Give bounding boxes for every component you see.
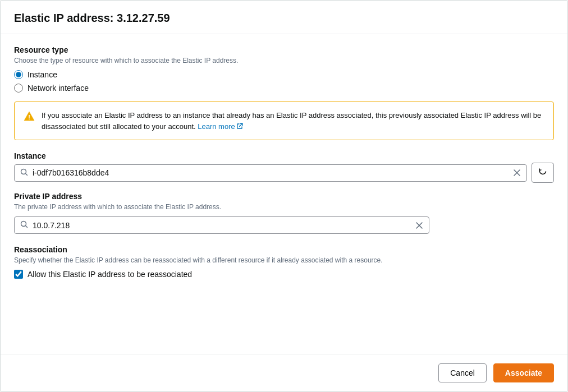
instance-radio[interactable]	[14, 70, 23, 79]
reassociation-label: Reassociation	[14, 245, 554, 254]
instance-field-label: Instance	[14, 151, 554, 160]
instance-search-input[interactable]	[33, 168, 509, 177]
svg-point-1	[21, 169, 26, 174]
warning-box: ! If you associate an Elastic IP address…	[14, 102, 554, 140]
reassociation-checkbox-label[interactable]: Allow this Elastic IP address to be reas…	[28, 270, 192, 279]
reassociation-checkbox-option[interactable]: Allow this Elastic IP address to be reas…	[14, 270, 554, 279]
associate-elastic-ip-dialog: Elastic IP address: 3.12.27.59 Resource …	[0, 0, 568, 392]
reassociation-checkbox[interactable]	[14, 270, 23, 279]
private-ip-search-input[interactable]	[33, 221, 411, 230]
resource-type-section: Resource type Choose the type of resourc…	[14, 45, 554, 93]
learn-more-link[interactable]: Learn more	[198, 121, 242, 132]
private-ip-clear-button[interactable]	[415, 222, 423, 229]
reassociation-section: Reassociation Specify whether the Elasti…	[14, 245, 554, 279]
resource-type-label: Resource type	[14, 45, 554, 54]
cancel-button[interactable]: Cancel	[438, 363, 487, 382]
instance-field-section: Instance	[14, 151, 554, 183]
private-ip-hint: The private IP address with which to ass…	[14, 203, 554, 211]
associate-button[interactable]: Associate	[493, 363, 554, 382]
reassociation-hint: Specify whether the Elastic IP address c…	[14, 256, 554, 264]
dialog-body: Resource type Choose the type of resourc…	[1, 34, 567, 354]
instance-input-wrapper	[14, 164, 527, 182]
instance-radio-option[interactable]: Instance	[14, 70, 554, 79]
instance-clear-button[interactable]	[513, 169, 521, 177]
refresh-icon	[538, 167, 547, 178]
warning-message: If you associate an Elastic IP address t…	[42, 111, 541, 131]
dialog-footer: Cancel Associate	[1, 354, 567, 391]
private-ip-field-section: Private IP address The private IP addres…	[14, 192, 554, 234]
instance-search-icon	[20, 168, 28, 178]
instance-radio-label[interactable]: Instance	[28, 70, 57, 79]
private-ip-input-wrapper	[14, 216, 429, 234]
network-interface-radio-label[interactable]: Network interface	[28, 84, 89, 93]
network-interface-radio-option[interactable]: Network interface	[14, 84, 554, 93]
external-link-icon	[236, 123, 243, 130]
resource-type-radio-group: Instance Network interface	[14, 70, 554, 93]
svg-text:!: !	[28, 114, 30, 121]
instance-refresh-button[interactable]	[532, 163, 554, 183]
warning-text: If you associate an Elastic IP address t…	[42, 110, 544, 132]
resource-type-hint: Choose the type of resource with which t…	[14, 57, 554, 64]
dialog-title: Elastic IP address: 3.12.27.59	[14, 12, 554, 25]
warning-triangle-icon: !	[24, 110, 35, 122]
learn-more-text[interactable]: Learn more	[198, 121, 235, 132]
instance-input-row	[14, 163, 554, 183]
private-ip-label: Private IP address	[14, 192, 554, 201]
network-interface-radio[interactable]	[14, 84, 23, 93]
dialog-header: Elastic IP address: 3.12.27.59	[1, 1, 567, 34]
svg-point-2	[21, 222, 26, 227]
private-ip-search-icon	[20, 220, 28, 230]
